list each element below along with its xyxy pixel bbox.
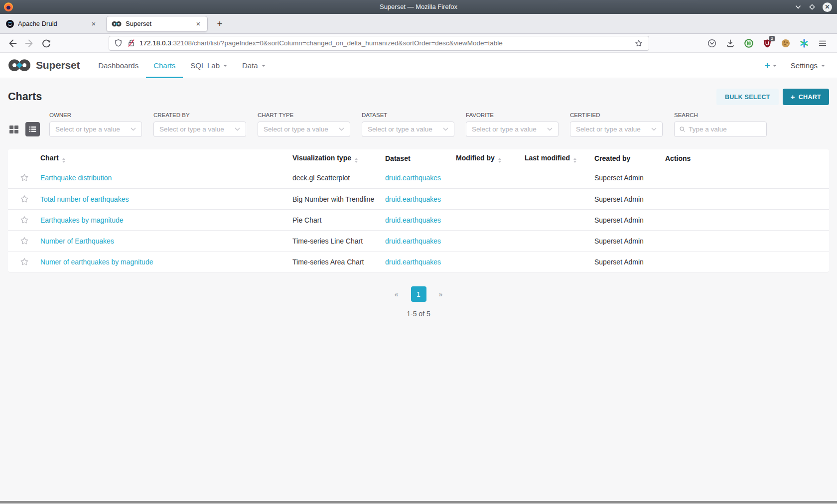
- dataset-link[interactable]: druid.earthquakes: [385, 195, 441, 203]
- dataset-link[interactable]: druid.earthquakes: [385, 237, 441, 245]
- star-outline-icon: [19, 194, 29, 204]
- new-tab-button[interactable]: +: [213, 17, 227, 31]
- maximize-button[interactable]: [809, 3, 816, 10]
- next-page-button[interactable]: »: [439, 290, 443, 298]
- forward-button[interactable]: [21, 35, 38, 51]
- close-window-button[interactable]: ✕: [823, 2, 832, 12]
- tab-superset[interactable]: Superset ×: [106, 16, 208, 32]
- header-actions: BULK SELECT + CHART: [716, 89, 829, 105]
- add-chart-button[interactable]: + CHART: [783, 89, 829, 105]
- tab-apache-druid[interactable]: Apache Druid ×: [1, 16, 103, 32]
- chart-type-select[interactable]: Select or type a value: [258, 122, 350, 137]
- viz-type: deck.gl Scatterplot: [292, 174, 350, 182]
- created-by: Superset Admin: [594, 195, 644, 203]
- select-placeholder: Select or type a value: [368, 126, 432, 133]
- nav-label: Dashboards: [98, 61, 139, 70]
- plus-icon: +: [791, 93, 795, 101]
- dataset-link[interactable]: druid.earthquakes: [385, 258, 441, 266]
- adblock-badge: 2: [769, 36, 775, 41]
- favorite-star-button[interactable]: [18, 235, 31, 248]
- select-placeholder: Select or type a value: [472, 126, 537, 133]
- certified-select[interactable]: Select or type a value: [570, 122, 663, 137]
- close-tab-icon[interactable]: ×: [193, 19, 203, 29]
- column-header-last-modified[interactable]: Last modified: [525, 154, 594, 163]
- chart-link[interactable]: Earthquakes by magnitude: [40, 216, 124, 224]
- menu-button[interactable]: [814, 35, 831, 51]
- charts-table: Chart Visualization type Dataset Modifie…: [8, 149, 829, 272]
- created-by: Superset Admin: [594, 258, 644, 266]
- favorite-star-button[interactable]: [18, 214, 31, 227]
- list-view-button[interactable]: [25, 122, 40, 136]
- select-placeholder: Select or type a value: [55, 126, 120, 133]
- druid-favicon: [6, 20, 14, 28]
- dataset-link[interactable]: druid.earthquakes: [385, 216, 441, 224]
- owner-select[interactable]: Select or type a value: [49, 122, 142, 137]
- favorite-star-button[interactable]: [18, 193, 31, 206]
- downloads-button[interactable]: [722, 35, 739, 51]
- cookie-extension-button[interactable]: [777, 35, 794, 51]
- filters: OWNER Select or type a value CREATED BY …: [49, 112, 767, 137]
- previous-page-button[interactable]: «: [395, 290, 399, 298]
- dataset-select[interactable]: Select or type a value: [362, 122, 454, 137]
- chart-link[interactable]: Number of Earthquakes: [40, 237, 114, 245]
- filter-chart-type: CHART TYPE Select or type a value: [258, 112, 350, 137]
- card-view-button[interactable]: [8, 124, 20, 135]
- star-outline-icon: [19, 215, 29, 225]
- star-outline-icon: [19, 236, 29, 246]
- chevron-down-icon: [339, 127, 344, 131]
- nav-item-data[interactable]: Data: [235, 53, 273, 78]
- search-input[interactable]: [689, 126, 762, 133]
- chevron-down-icon: [651, 127, 657, 131]
- filter-dataset: DATASET Select or type a value: [362, 112, 454, 137]
- column-header-visualization-type[interactable]: Visualization type: [292, 154, 385, 163]
- favorite-select[interactable]: Select or type a value: [466, 122, 558, 137]
- window-title: Superset — Mozilla Firefox: [0, 0, 837, 14]
- nav-item-dashboards[interactable]: Dashboards: [91, 53, 146, 78]
- row-count-summary: 1-5 of 5: [0, 310, 837, 318]
- filter-favorite: FAVORITE Select or type a value: [466, 112, 558, 137]
- filter-label: SEARCH: [674, 112, 767, 118]
- firefox-logo-icon: [4, 2, 13, 11]
- url-path: :32108/chart/list/?pageIndex=0&sortColum…: [171, 39, 503, 47]
- chart-link[interactable]: Numer of earthquakes by magnitude: [40, 258, 153, 266]
- sort-icon: [573, 158, 576, 163]
- chevron-down-icon: [235, 127, 240, 131]
- add-chart-label: CHART: [799, 94, 821, 101]
- privacy-extension-button[interactable]: [740, 35, 757, 51]
- reload-button[interactable]: [38, 35, 55, 51]
- favorite-star-button[interactable]: [18, 255, 31, 268]
- superset-brand[interactable]: Superset: [8, 59, 80, 72]
- page-1-button[interactable]: 1: [411, 286, 426, 302]
- bulk-select-button[interactable]: BULK SELECT: [716, 89, 779, 105]
- arrow-left-icon: [7, 38, 18, 49]
- minimize-button[interactable]: [795, 3, 802, 10]
- chart-link[interactable]: Total number of earthquakes: [40, 195, 129, 203]
- colorful-extension-button[interactable]: [796, 35, 813, 51]
- cookie-icon: [781, 38, 791, 48]
- filter-label: FAVORITE: [466, 112, 558, 118]
- view-mode-toggles: [8, 122, 40, 137]
- url-bar[interactable]: 172.18.0.3:32108/chart/list/?pageIndex=0…: [109, 36, 649, 51]
- chart-link[interactable]: Earthquake distribution: [40, 174, 112, 182]
- dataset-link[interactable]: druid.earthquakes: [385, 174, 441, 182]
- back-button[interactable]: [4, 35, 21, 51]
- chevron-down-icon: [547, 127, 553, 131]
- settings-menu-button[interactable]: Settings: [791, 61, 825, 70]
- pagination: « 1 »: [0, 286, 837, 302]
- window-titlebar: Superset — Mozilla Firefox ✕: [0, 0, 837, 14]
- pocket-button[interactable]: [703, 35, 720, 51]
- nav-item-sql-lab[interactable]: SQL Lab: [183, 53, 235, 78]
- nav-label: SQL Lab: [190, 61, 220, 70]
- column-header-chart[interactable]: Chart: [40, 154, 292, 163]
- filter-bar: OWNER Select or type a value CREATED BY …: [0, 109, 837, 137]
- nav-item-charts[interactable]: Charts: [146, 53, 183, 78]
- close-tab-icon[interactable]: ×: [89, 19, 99, 29]
- favorite-star-button[interactable]: [18, 171, 31, 184]
- created-by-select[interactable]: Select or type a value: [153, 122, 246, 137]
- select-placeholder: Select or type a value: [264, 126, 328, 133]
- chevron-down-icon: [443, 127, 448, 131]
- new-item-button[interactable]: +: [765, 60, 777, 71]
- column-label: Chart: [40, 154, 59, 162]
- bookmark-star-button[interactable]: [632, 37, 646, 50]
- column-header-modified-by[interactable]: Modified by: [456, 154, 525, 163]
